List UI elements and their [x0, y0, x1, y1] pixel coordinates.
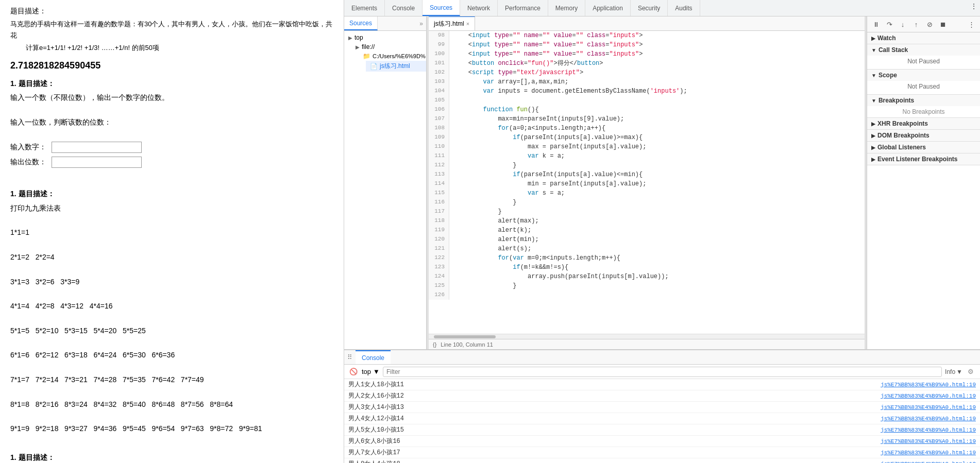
console-source[interactable]: js%E7%BB%83%E4%B9%A0.html:19 [881, 382, 976, 388]
event-listener-header[interactable]: ▶ Event Listener Breakpoints [867, 153, 980, 165]
tree-file-js[interactable]: 📄 js练习.html [366, 61, 426, 72]
code-editor: js练习.html × 98 <input type="" name="" va… [429, 16, 865, 349]
line-num-98: 98 [429, 31, 449, 40]
mult-row-9: 9*1=9 9*2=18 9*3=27 9*4=36 9*5=45 9*6=54… [10, 423, 333, 435]
console-source[interactable]: js%E7%BB%83%E4%B9%A0.html:19 [881, 450, 976, 456]
content-line: 题目描述： [10, 5, 333, 18]
console-filter-input[interactable] [383, 367, 942, 377]
editor-tabs: js练习.html × [429, 16, 865, 31]
line-num-109: 109 [429, 133, 449, 142]
console-drag-handle[interactable]: ⠿ [344, 353, 356, 361]
tree-file-proto[interactable]: ▶ file:// [351, 42, 426, 52]
code-line-103: 103 var array=[],a,max,min; [429, 77, 865, 87]
console-source[interactable]: js%E7%BB%83%E4%B9%A0.html:19 [881, 461, 976, 464]
editor-tab-js[interactable]: js练习.html × [429, 16, 475, 30]
code-line-100: 100 <input type="" name="" value="" clas… [429, 49, 865, 59]
console-source[interactable]: js%E7%BB%83%E4%B9%A0.html:19 [881, 438, 976, 444]
debug-toolbar: ⏸ ↷ ↓ ↑ ⊘ ⏹ ⋮ [867, 16, 980, 32]
tree-path-label: C:/Users/%E6%9D% [373, 53, 426, 59]
list-item: 男人5女人10小孩15 js%E7%BB%83%E4%B9%A0.html:19 [344, 424, 980, 436]
tree-top[interactable]: ▶ top [344, 33, 426, 42]
step-over-btn[interactable]: ↷ [884, 19, 895, 30]
code-line-117: 117 } [429, 207, 865, 216]
tree-path-group: 📁 C:/Users/%E6%9D% 📄 js练习.html [351, 52, 426, 72]
code-line-108: 108 for(a=0;a<inputs.length;a++){ [429, 124, 865, 133]
xhr-breakpoints-header[interactable]: ▶ XHR Breakpoints [867, 118, 980, 129]
tree-file-proto-group: ▶ file:// 📁 C:/Users/%E6%9D% 📄 js练习.html [344, 42, 426, 72]
line-num-104: 104 [429, 87, 449, 96]
step-into-btn[interactable]: ↓ [897, 19, 908, 30]
tab-elements[interactable]: Elements [344, 0, 385, 16]
code-line-115: 115 var s = a; [429, 188, 865, 198]
mult-row-2: 2*1=2 2*2=4 [10, 251, 333, 264]
tree-path[interactable]: 📁 C:/Users/%E6%9D% [359, 52, 426, 61]
more-options-btn[interactable]: ⋮ [966, 19, 977, 30]
tab-audits[interactable]: Audits [668, 0, 700, 16]
editor-hscrollbar[interactable] [429, 334, 865, 339]
line-code-105 [449, 96, 453, 105]
console-source[interactable]: js%E7%BB%83%E4%B9%A0.html:19 [881, 427, 976, 433]
sources-tab-sources[interactable]: Sources [344, 16, 378, 30]
code-content[interactable]: 98 <input type="" name="" value="" class… [429, 31, 865, 334]
scope-arrow: ▼ [871, 73, 876, 78]
tab-performance[interactable]: Performance [498, 0, 548, 16]
breakpoints-label: Breakpoints [878, 97, 914, 104]
sources-tab-bar: Sources » [344, 16, 426, 31]
console-msg: 男人1女人18小孩11 [348, 380, 881, 389]
editor-hscroll-thumb[interactable] [434, 335, 496, 338]
console-tab-console[interactable]: Console [356, 350, 391, 364]
console-msg: 男人2女人16小孩12 [348, 391, 881, 400]
global-listeners-header[interactable]: ▶ Global Listeners [867, 142, 980, 153]
code-line-102: 102 <script type="text/javascript"> [429, 68, 865, 77]
tab-console[interactable]: Console [385, 0, 423, 16]
step-out-btn[interactable]: ↑ [910, 19, 922, 30]
output-digits-row: 输出位数： [10, 156, 333, 168]
watch-header[interactable]: ▶ Watch [867, 32, 980, 44]
tab-application[interactable]: Application [585, 0, 631, 16]
sources-more-btn[interactable]: » [416, 16, 426, 30]
scope-header[interactable]: ▼ Scope [867, 70, 980, 81]
devtools-body: Sources » ▶ top ▶ file:// 📁 C:/U [344, 16, 980, 349]
console-source[interactable]: js%E7%BB%83%E4%B9%A0.html:19 [881, 393, 976, 399]
list-item: 男人7女人6小孩17 js%E7%BB%83%E4%B9%A0.html:19 [344, 447, 980, 458]
input-number-row: 输入数字： [10, 141, 333, 153]
devtools-settings-btn[interactable]: ⋮ [968, 0, 980, 12]
pause-exceptions-btn[interactable]: ⏹ [937, 19, 949, 30]
no-breakpoints-msg: No Breakpoints [867, 106, 980, 117]
code-line-101: 101 <button onclick="fun()">得分</button> [429, 59, 865, 68]
deactivate-btn[interactable]: ⊘ [924, 19, 935, 30]
console-level-select[interactable]: Info ▼ [945, 368, 962, 375]
line-code-99: <input type="" name="" value="" class="i… [449, 40, 643, 49]
tree-top-label: top [354, 34, 363, 41]
tab-network[interactable]: Network [460, 0, 498, 16]
global-arrow: ▶ [871, 145, 875, 150]
right-panel: ⏸ ↷ ↓ ↑ ⊘ ⏹ ⋮ ▶ Watch ▼ Call Sta [867, 16, 980, 349]
console-source[interactable]: js%E7%BB%83%E4%B9%A0.html:19 [881, 404, 976, 410]
line-code-121: alert(s); [449, 244, 531, 253]
dom-breakpoints-header[interactable]: ▶ DOM Breakpoints [867, 130, 980, 141]
resume-btn[interactable]: ⏸ [870, 19, 882, 30]
tab-security[interactable]: Security [631, 0, 668, 16]
console-level-arrow: ▼ [956, 368, 962, 375]
console-msg: 男人6女人8小孩16 [348, 437, 881, 445]
tab-sources[interactable]: Sources [423, 0, 460, 16]
editor-tab-close[interactable]: × [466, 21, 469, 27]
input-number-field[interactable] [52, 142, 142, 153]
console-source[interactable]: js%E7%BB%83%E4%B9%A0.html:19 [881, 416, 976, 422]
console-settings-btn[interactable]: ⚙ [966, 367, 976, 377]
console-clear-btn[interactable]: 🚫 [348, 367, 359, 377]
code-line-120: 120 alert(min); [429, 235, 865, 244]
breakpoints-header[interactable]: ▼ Breakpoints [867, 95, 980, 106]
content-desc-2: 输入一位数，判断该数的位数： [10, 116, 333, 129]
call-stack-header[interactable]: ▼ Call Stack [867, 44, 980, 56]
output-digits-field[interactable] [52, 157, 142, 168]
code-line-104: 104 var inputs = document.getElementsByC… [429, 87, 865, 96]
line-code-118: alert(max); [449, 216, 539, 226]
line-code-101: <button onclick="fun()">得分</button> [449, 59, 603, 68]
line-code-103: var array=[],a,max,min; [449, 77, 568, 87]
code-line-118: 118 alert(max); [429, 216, 865, 226]
line-num-115: 115 [429, 188, 449, 198]
line-num-119: 119 [429, 226, 449, 235]
code-line-119: 119 alert(k); [429, 226, 865, 235]
tab-memory[interactable]: Memory [548, 0, 585, 16]
